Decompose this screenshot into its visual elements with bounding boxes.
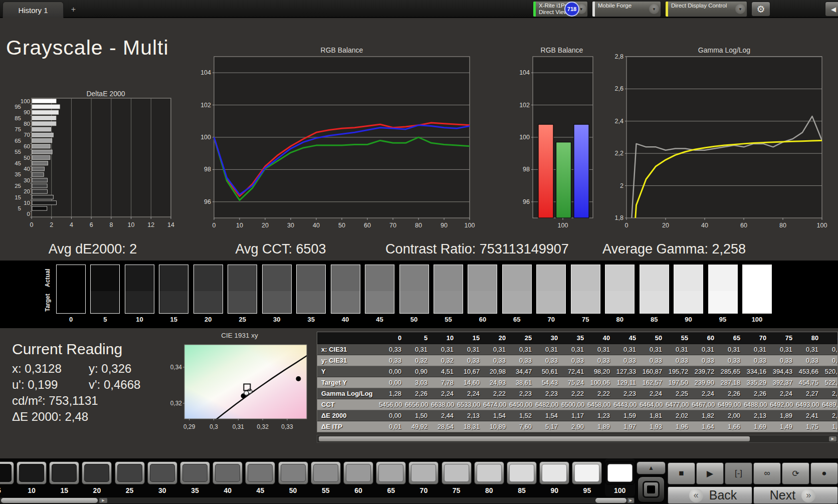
- patch-button-10[interactable]: 10: [17, 458, 47, 497]
- svg-text:75: 75: [15, 126, 21, 132]
- control-name: Direct Display Control: [671, 3, 734, 9]
- table-row: Target Y0,003,037,7814,6024,9338,6154,43…: [317, 377, 837, 388]
- patch-button-90[interactable]: 90: [539, 458, 569, 497]
- record-button[interactable]: ●: [810, 462, 838, 484]
- table-cell: 2,24: [431, 388, 457, 399]
- table-row: CCT5456,006656,006638,006533,006474,0064…: [317, 399, 837, 410]
- patch-button-80[interactable]: 80: [474, 458, 504, 497]
- svg-text:0,31: 0,31: [233, 423, 245, 430]
- play-button[interactable]: ▶: [696, 462, 724, 484]
- patch-button-70[interactable]: 70: [408, 458, 439, 497]
- table-cell: 239,90: [692, 377, 718, 388]
- patch-button-30[interactable]: 30: [147, 458, 177, 497]
- patch-button-35[interactable]: 35: [180, 458, 210, 497]
- swatch-label: 20: [193, 316, 223, 323]
- swatch-cell-25: [228, 265, 257, 314]
- table-cell: 4,51: [431, 366, 457, 377]
- table-cell: 5,17: [535, 421, 561, 432]
- tab-history-1[interactable]: History 1: [3, 2, 64, 18]
- settings-button[interactable]: ⚙: [751, 2, 770, 17]
- patch-button-60[interactable]: 60: [343, 458, 373, 497]
- interval-icon: [-]: [735, 468, 742, 478]
- refresh-button[interactable]: ⟳: [782, 462, 809, 484]
- patch-label: 60: [343, 486, 373, 494]
- table-cell: 6499,00: [718, 399, 744, 410]
- swatch-cell-70: [536, 265, 566, 314]
- scroll-right-arrow-icon[interactable]: ▶: [99, 498, 107, 503]
- svg-text:35: 35: [15, 171, 21, 177]
- table-cell: 0,33: [379, 355, 405, 366]
- reading-de2000: ΔE 2000: 2,48: [12, 410, 88, 423]
- patch-button-25[interactable]: 25: [115, 458, 145, 497]
- patch-h-scrollbar[interactable]: ▶ ▶: [0, 497, 635, 503]
- patch-button-20[interactable]: 20: [82, 458, 112, 497]
- scrollbar-thumb[interactable]: [595, 498, 626, 503]
- swatch-cell-80: [605, 265, 635, 314]
- patch-button-95[interactable]: 95: [572, 458, 602, 497]
- top-bar: History 1 + X-Rite i1Pro 3 Direct View ▼…: [0, 0, 838, 18]
- patch-button-65[interactable]: 65: [376, 458, 406, 497]
- patch-button-40[interactable]: 40: [213, 458, 243, 497]
- patch-button-50[interactable]: 50: [278, 458, 308, 497]
- svg-text:60: 60: [364, 222, 371, 229]
- table-cell: 1,89: [587, 421, 613, 432]
- table-h-scrollbar[interactable]: ▶: [317, 435, 838, 443]
- page-title: Grayscale - Multi: [6, 36, 169, 60]
- patch-swatch: [607, 464, 633, 482]
- collapse-panel-button[interactable]: ◀: [825, 2, 838, 17]
- scrollbar-thumb[interactable]: [319, 436, 750, 441]
- interval-button[interactable]: [-]: [725, 462, 752, 484]
- column-header: 30: [535, 332, 561, 344]
- scrollbar-thumb[interactable]: [1, 498, 98, 503]
- meter-dropdown-colorimeter[interactable]: X-Rite i1Pro 3 Direct View ▼: [533, 1, 588, 17]
- patch-button-15[interactable]: 15: [49, 458, 79, 497]
- add-tab-button[interactable]: +: [67, 3, 80, 16]
- table-cell: 1,17: [561, 410, 587, 421]
- svg-text:102: 102: [519, 102, 530, 109]
- scroll-right-arrow-icon[interactable]: ▶: [627, 498, 634, 503]
- table-cell: 28,54: [431, 421, 457, 432]
- swatch-target: [674, 291, 703, 313]
- table-cell: 6474,00: [483, 399, 509, 410]
- meter-dropdown-display-control[interactable]: Direct Display Control ▼: [665, 1, 747, 17]
- next-button[interactable]: Next »: [753, 486, 838, 504]
- patch-button-85[interactable]: 85: [507, 458, 537, 497]
- swatch-label: 95: [708, 316, 738, 323]
- patch-button-100[interactable]: 100: [605, 458, 635, 496]
- meter-count-badge: 718: [564, 2, 579, 17]
- table-cell: 0,33: [587, 355, 613, 366]
- table-cell: 98,20: [587, 366, 613, 377]
- swatch-actual: [57, 265, 85, 291]
- svg-text:RGB Balance: RGB Balance: [321, 46, 363, 54]
- loop-button[interactable]: ∞: [753, 462, 781, 484]
- meter-dropdown-pattern-source[interactable]: Mobile Forge ▼: [592, 1, 661, 17]
- patch-button-55[interactable]: 55: [311, 458, 341, 497]
- table-cell: 0,31: [457, 344, 483, 355]
- stop-icon: ■: [679, 468, 684, 478]
- triangle-up-icon: ▲: [648, 464, 654, 471]
- swatch-cell-35: [296, 265, 326, 314]
- column-header: 15: [457, 332, 483, 344]
- tab-label: History 1: [18, 6, 48, 15]
- swatch-target: [537, 291, 565, 313]
- svg-text:2,6: 2,6: [615, 85, 623, 92]
- swatch-target: [297, 291, 325, 313]
- back-button[interactable]: « Back: [668, 486, 752, 504]
- patch-window-button[interactable]: [638, 476, 665, 502]
- swatch-actual: [503, 265, 531, 291]
- swatch-label: 25: [228, 316, 257, 323]
- swatch-actual: [194, 265, 223, 291]
- svg-text:0,32: 0,32: [257, 423, 269, 430]
- patch-button-75[interactable]: 75: [442, 458, 472, 497]
- row-label: y: CIE31: [317, 355, 379, 366]
- table-cell: 24,93: [483, 377, 509, 388]
- patch-list-up-button[interactable]: ▲: [637, 461, 666, 474]
- swatch-target: [263, 291, 291, 313]
- swatch-cell-85: [640, 265, 669, 314]
- table-cell: 0,31: [692, 344, 718, 355]
- scroll-right-arrow-icon[interactable]: ▶: [829, 436, 836, 441]
- stop-button[interactable]: ■: [668, 462, 695, 484]
- swatch-label: 90: [674, 316, 703, 323]
- patch-button-5[interactable]: 5: [0, 458, 14, 497]
- patch-button-45[interactable]: 45: [245, 458, 275, 497]
